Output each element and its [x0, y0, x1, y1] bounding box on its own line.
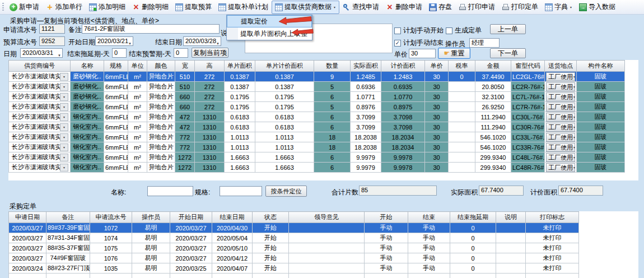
cell[interactable]: 钢化室内..	[71, 132, 104, 142]
cell[interactable]: 手动	[408, 223, 450, 233]
cell[interactable]	[289, 253, 365, 263]
cell[interactable]: 长沙市潇湘玻璃实..▼	[9, 132, 71, 142]
cell[interactable]: 89#37-39F窗固玻	[46, 223, 90, 233]
cell[interactable]: 6mmFLE..	[104, 142, 128, 152]
cell[interactable]: 0.6183	[225, 112, 255, 122]
find-request-button[interactable]: 查找申请	[339, 1, 382, 14]
cell[interactable]: 长沙市潇湘玻璃实..▼	[9, 112, 71, 122]
date-picker[interactable]: 2020/03/31	[20, 48, 63, 58]
cell[interactable]: 2020/03/27	[9, 223, 46, 233]
cell[interactable]: 6	[314, 92, 351, 102]
cell[interactable]: 510	[175, 72, 195, 82]
cell[interactable]: 长沙市潇湘玻璃实..▼	[9, 142, 71, 152]
cell[interactable]: 6	[314, 122, 351, 132]
print-order-button[interactable]: 打印定单	[498, 1, 542, 14]
reset-button[interactable]: ☛重置	[438, 48, 470, 59]
extract-supplement-plan-button[interactable]: 提取补单计划	[215, 1, 272, 14]
cell[interactable]: 6mmFLE..	[104, 152, 128, 163]
cell[interactable]: 1.6663	[225, 163, 255, 173]
cell[interactable]: 6mmFLE..	[104, 72, 128, 82]
cell[interactable]: 772	[175, 142, 195, 152]
locate-button[interactable]: 按条件定位	[265, 186, 307, 197]
cell[interactable]: m²	[128, 152, 147, 163]
end-date-picker[interactable]: 2020/03/28	[183, 36, 221, 46]
request-no-input[interactable]: 1121	[39, 24, 65, 34]
cell[interactable]: 钢化室内..	[71, 152, 104, 163]
cell[interactable]: 固玻	[577, 163, 625, 173]
column-header[interactable]: 开始日期	[170, 212, 212, 223]
column-header[interactable]: 申请日期	[9, 212, 46, 223]
cell[interactable]: 工厂使用▼	[545, 72, 577, 82]
dictionary-button[interactable]: 字典▼	[542, 1, 576, 14]
cell[interactable]: 1272	[175, 163, 195, 173]
cell[interactable]: 1310	[195, 163, 225, 173]
delivery-location-combo[interactable]: 工厂使用▼	[546, 72, 575, 81]
cell[interactable]: 钢化室内..	[71, 122, 104, 132]
cell[interactable]: 0.1795	[225, 102, 255, 112]
cell[interactable]: 手动	[365, 223, 408, 233]
cell[interactable]: 1.0113	[255, 142, 314, 152]
cell[interactable]: 1.2483	[381, 72, 425, 82]
column-header[interactable]: 颜色	[147, 61, 175, 72]
delete-request-button[interactable]: 删除申请	[382, 1, 426, 14]
cell[interactable]: 472	[175, 112, 195, 122]
cell[interactable]: 手动	[408, 243, 450, 253]
column-header[interactable]: 计价面积	[381, 61, 425, 72]
cell[interactable]: 手动	[365, 253, 408, 263]
cell[interactable]: 6mmFLE..	[104, 102, 128, 112]
cell[interactable]	[449, 102, 475, 112]
cell[interactable]: 手动	[365, 243, 408, 253]
cell[interactable]: 30	[425, 82, 449, 92]
cell[interactable]: 手动	[365, 263, 408, 274]
delivery-location-combo[interactable]: 工厂使用▼	[546, 82, 575, 91]
cell[interactable]: 易明	[132, 253, 170, 263]
cell[interactable]: 开始	[253, 253, 289, 263]
column-header[interactable]: 名称	[71, 61, 104, 72]
column-header[interactable]: 结束拖延期	[450, 212, 496, 223]
cell[interactable]: 工厂使用▼	[545, 112, 577, 122]
cell[interactable]: 长沙市潇湘玻璃实..▼	[9, 163, 71, 173]
cell[interactable]: 2020/03/27	[9, 243, 46, 253]
cell[interactable]: 易明	[132, 243, 170, 253]
cell[interactable]: 3.7098	[381, 112, 425, 122]
cell[interactable]: 0.1387	[225, 82, 255, 92]
cell[interactable]: 异地合片	[147, 92, 175, 102]
delivery-location-combo[interactable]: 工厂使用▼	[546, 113, 575, 122]
import-data-button[interactable]: 导入数据	[576, 1, 619, 14]
cell[interactable]: 9.9978	[381, 152, 425, 163]
table-row[interactable]: 长沙市潇湘玻璃实..▼钢化室内..6mmFLE..m²异地合片47213100.…	[9, 122, 625, 132]
delete-detail-button[interactable]: 删除明细	[129, 1, 172, 14]
table-row[interactable]: 2020/03/2488#23-27F门顶玻1035易明2020/03/2520…	[9, 263, 579, 274]
cell[interactable]: 18	[314, 132, 351, 142]
table-row[interactable]: 长沙市潇湘玻璃实..▼磨砂钢化..6mmFLE..m²异地合片5102720.1…	[9, 82, 625, 92]
cell[interactable]: 2020/03/27	[9, 233, 46, 243]
cell[interactable]: 6mmFLE..	[104, 122, 128, 132]
column-header[interactable]: 金额	[475, 61, 511, 72]
cell[interactable]: 88#23-27F门顶玻	[46, 263, 90, 274]
cell[interactable]: 0.6183	[255, 112, 314, 122]
table-row[interactable]: 长沙市潇湘玻璃实..▼钢化室内..6mmFLE..m²异地合片127213101…	[9, 163, 625, 173]
cell[interactable]: 1035	[90, 263, 132, 274]
cell[interactable]: m²	[128, 122, 147, 132]
cell[interactable]: 开始	[253, 233, 289, 243]
cell[interactable]: 546.1020	[475, 142, 511, 152]
cell[interactable]: 2020/03/27	[9, 253, 46, 263]
cell[interactable]: 0.8975	[381, 102, 425, 112]
cell[interactable]: 固玻	[577, 152, 625, 163]
cell[interactable]: 0.1795	[255, 102, 314, 112]
cell[interactable]: 30	[425, 92, 449, 102]
remark-input[interactable]: 76#1-2F窗固玻	[82, 24, 220, 34]
cell[interactable]: 异地合片	[147, 152, 175, 163]
cell[interactable]: m²	[128, 102, 147, 112]
cell[interactable]: 660	[175, 92, 195, 102]
save-button[interactable]: 存盘	[426, 1, 455, 14]
column-header[interactable]: 供货商编号	[9, 61, 71, 72]
operator-input[interactable]: 经理	[469, 38, 500, 48]
cell[interactable]: 18	[314, 142, 351, 152]
column-header[interactable]: 结束	[408, 212, 450, 223]
table-row[interactable]: 2020/03/2774#9F窗固玻1076易明2020/03/272020/0…	[9, 253, 579, 263]
column-header[interactable]: 窗型代码	[511, 61, 545, 72]
supplier-dropdown-icon[interactable]: ▼	[60, 143, 68, 151]
table-row[interactable]: 长沙市潇湘玻璃实..▼磨砂钢化..6mmFLE..m²异地合片6602720.1…	[9, 102, 625, 112]
generate-order-checkbox[interactable]: 生成定单	[446, 26, 482, 35]
